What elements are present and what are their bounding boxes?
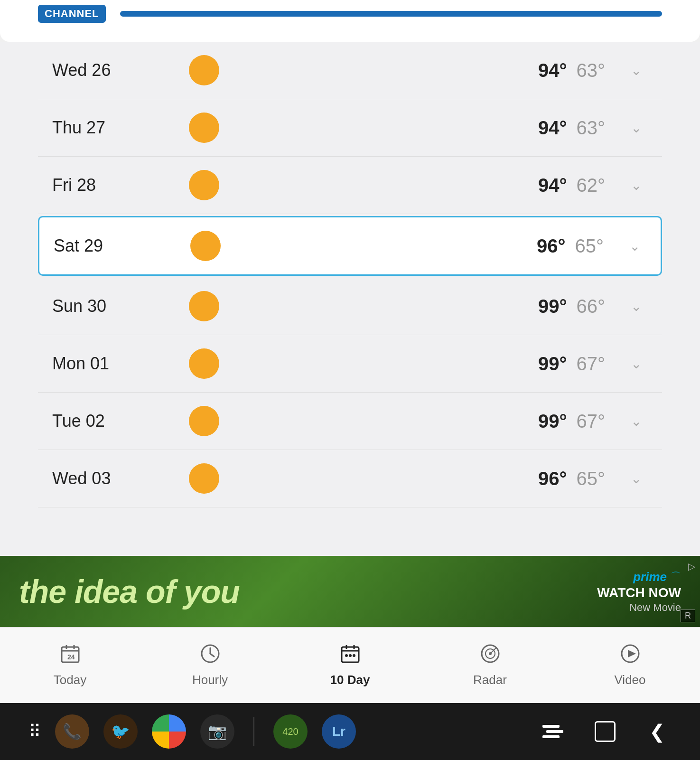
svg-point-13 [349, 654, 352, 657]
app-grid-icon[interactable]: ⠿ [28, 722, 41, 741]
ad-info-icon[interactable]: ▷ [688, 561, 695, 572]
temp-high: 96° [537, 235, 566, 257]
day-label: Sun 30 [52, 296, 185, 316]
forecast-row-mon01[interactable]: Mon 01 99° 67° ⌄ [38, 335, 662, 393]
radar-nav-label: Radar [473, 673, 507, 687]
system-controls: ❮ [539, 717, 672, 746]
temp-low: 63° [577, 60, 606, 81]
sun-icon [185, 406, 223, 436]
expand-chevron-icon[interactable]: ⌄ [624, 178, 648, 193]
nav-item-radar[interactable]: Radar [457, 643, 523, 687]
temp-high: 96° [538, 468, 567, 489]
temp-high: 99° [538, 296, 567, 317]
sun-icon [185, 113, 223, 143]
lr-app-icon[interactable]: Lr [322, 714, 356, 749]
phone-app-icon[interactable]: 📞 [55, 714, 89, 749]
temperature-display: 94° 63° [223, 60, 624, 81]
top-banner: Channel [0, 0, 700, 42]
temp-high: 99° [538, 353, 567, 375]
nav-item-10day[interactable]: 10 Day [317, 643, 383, 687]
app-tray: ⠿ 📞 🐦 📷 420 Lr [28, 714, 356, 749]
day-label: Wed 03 [52, 469, 185, 488]
nav-item-hourly[interactable]: Hourly [177, 643, 243, 687]
expand-chevron-icon[interactable]: ⌄ [624, 413, 648, 429]
forecast-row-sun30[interactable]: Sun 30 99° 66° ⌄ [38, 278, 662, 335]
home-button[interactable] [591, 717, 619, 746]
video-nav-icon [620, 643, 641, 669]
watch-now-text: WATCH NOW [597, 585, 681, 600]
forecast-row-sat29[interactable]: Sat 29 96° 65° ⌄ [38, 216, 662, 276]
expand-chevron-icon[interactable]: ⌄ [624, 299, 648, 314]
magazine-app-icon[interactable]: 420 [273, 714, 308, 749]
day-label: Tue 02 [52, 411, 185, 431]
radar-nav-icon [480, 643, 501, 669]
temperature-display: 96° 65° [224, 235, 623, 257]
ad-banner[interactable]: the idea of you prime ⌒ WATCH NOW New Mo… [0, 556, 700, 627]
day-label: Sat 29 [54, 236, 187, 256]
forecast-row-fri28[interactable]: Fri 28 94° 62° ⌄ [38, 157, 662, 214]
back-button[interactable]: ❮ [643, 717, 672, 746]
prime-badge: prime ⌒ WATCH NOW New Movie [597, 570, 681, 614]
10day-nav-icon [340, 643, 361, 669]
forecast-list: Wed 26 94° 63° ⌄ Thu 27 94° 63° ⌄ Fri 28… [0, 42, 700, 556]
svg-text:24: 24 [67, 653, 75, 661]
progress-bar [120, 11, 662, 17]
temperature-display: 94° 62° [223, 175, 624, 196]
temp-low: 65° [577, 468, 606, 489]
sun-icon [185, 291, 223, 321]
svg-point-12 [345, 654, 348, 657]
prime-label: prime [633, 570, 667, 584]
expand-chevron-icon[interactable]: ⌄ [624, 471, 648, 487]
svg-marker-20 [628, 650, 636, 657]
recent-apps-button[interactable] [539, 717, 567, 746]
sun-icon [185, 348, 223, 379]
forecast-row-tue02[interactable]: Tue 02 99° 67° ⌄ [38, 393, 662, 450]
sun-icon [187, 231, 224, 261]
system-bar: ⠿ 📞 🐦 📷 420 Lr ❮ [0, 703, 700, 760]
nav-item-video[interactable]: Video [597, 643, 663, 687]
video-nav-label: Video [614, 673, 645, 687]
svg-point-14 [353, 654, 355, 657]
ad-text: the idea of you [19, 573, 597, 610]
forecast-row-wed03[interactable]: Wed 03 96° 65° ⌄ [38, 450, 662, 507]
temp-low: 67° [577, 353, 606, 375]
forecast-row-wed26[interactable]: Wed 26 94° 63° ⌄ [38, 42, 662, 99]
app-divider [253, 717, 254, 746]
day-label: Thu 27 [52, 118, 185, 138]
prime-arrow-icon: ⌒ [671, 570, 681, 584]
hourly-nav-icon [200, 643, 221, 669]
day-label: Fri 28 [52, 175, 185, 195]
expand-chevron-icon[interactable]: ⌄ [623, 238, 646, 254]
sun-icon [185, 463, 223, 494]
temperature-display: 99° 67° [223, 353, 624, 375]
temp-low: 66° [577, 296, 606, 317]
temp-high: 94° [538, 175, 567, 196]
expand-chevron-icon[interactable]: ⌄ [624, 120, 648, 136]
temp-low: 65° [575, 235, 604, 257]
rating-badge: R [681, 610, 695, 622]
temp-low: 63° [577, 117, 606, 139]
new-movie-text: New Movie [629, 601, 681, 614]
svg-line-7 [210, 654, 214, 657]
day-label: Mon 01 [52, 354, 185, 374]
channel-badge: Channel [38, 5, 106, 23]
day-label: Wed 26 [52, 60, 185, 80]
social-app-icon[interactable]: 🐦 [103, 714, 138, 749]
nav-item-today[interactable]: 24 Today [37, 643, 103, 687]
bottom-nav: 24 Today Hourly 10 Day Radar Video [0, 627, 700, 703]
camera-app-icon[interactable]: 📷 [200, 714, 234, 749]
expand-chevron-icon[interactable]: ⌄ [624, 63, 648, 78]
temp-low: 62° [577, 175, 606, 196]
temp-high: 94° [538, 117, 567, 139]
temperature-display: 99° 66° [223, 296, 624, 317]
forecast-row-thu27[interactable]: Thu 27 94° 63° ⌄ [38, 99, 662, 157]
chrome-app-icon[interactable] [152, 714, 186, 749]
today-nav-label: Today [54, 673, 86, 687]
today-nav-icon: 24 [60, 643, 81, 669]
hourly-nav-label: Hourly [192, 673, 228, 687]
temperature-display: 99° 67° [223, 411, 624, 432]
sun-icon [185, 55, 223, 85]
expand-chevron-icon[interactable]: ⌄ [624, 356, 648, 372]
temperature-display: 94° 63° [223, 117, 624, 139]
10day-nav-label: 10 Day [330, 673, 370, 687]
